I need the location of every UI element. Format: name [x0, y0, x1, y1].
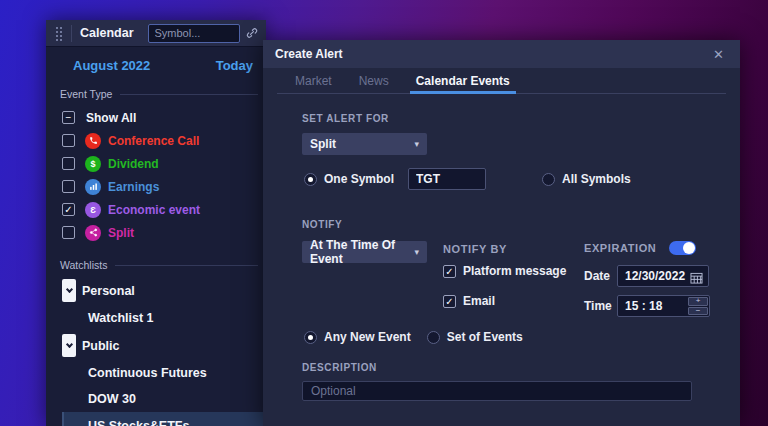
notify-by-label: NOTIFY BY: [443, 243, 507, 255]
link-icon[interactable]: [245, 26, 259, 40]
checkbox-unchecked[interactable]: [62, 134, 75, 147]
dialog-tabs: Market News Calendar Events: [263, 68, 740, 94]
current-month-label: August 2022: [73, 58, 150, 73]
chevron-down-icon[interactable]: [62, 279, 76, 302]
bar-chart-icon: [85, 179, 101, 195]
watchlist-item-us-stocks-etfs[interactable]: US Stocks&ETFs: [62, 412, 266, 426]
event-filter-dividend[interactable]: $ Dividend: [62, 152, 266, 175]
app-background: Calendar August 2022 Today Event Type − …: [0, 0, 768, 426]
calendar-panel: Calendar August 2022 Today Event Type − …: [46, 20, 266, 426]
dialog-header[interactable]: Create Alert ✕: [263, 40, 740, 68]
event-filter-label: Conference Call: [108, 134, 199, 148]
alert-type-dropdown[interactable]: Split ▾: [302, 133, 427, 155]
event-filter-label: Show All: [86, 111, 136, 125]
watchlist-item-dow-30[interactable]: DOW 30: [46, 386, 266, 412]
event-filter-split[interactable]: Split: [62, 221, 266, 244]
checkbox-checked[interactable]: ✓: [443, 295, 456, 308]
platform-message-label: Platform message: [463, 264, 566, 278]
expiration-row: EXPIRATION: [584, 241, 696, 255]
chevron-down-icon[interactable]: [62, 334, 76, 357]
chevron-down-icon: ▾: [414, 139, 419, 149]
close-icon[interactable]: ✕: [709, 47, 728, 62]
split-share-icon: [85, 225, 101, 241]
checkbox-checked[interactable]: ✓: [62, 203, 75, 216]
event-filter-label: Economic event: [108, 203, 200, 217]
any-new-event-label: Any New Event: [324, 330, 411, 344]
checkbox-unchecked[interactable]: [62, 180, 75, 193]
event-filter-economic-event[interactable]: ✓ Ɛ Economic event: [62, 198, 266, 221]
calendar-panel-topbar: Calendar: [46, 20, 266, 47]
set-of-events-label: Set of Events: [447, 330, 523, 344]
time-label: Time: [584, 299, 617, 313]
event-filter-label: Dividend: [108, 157, 159, 171]
month-navigation: August 2022 Today: [46, 47, 266, 73]
checkbox-indeterminate[interactable]: −: [62, 111, 75, 124]
phone-icon: [85, 133, 101, 149]
topbar-divider: [71, 25, 72, 42]
notify-timing-dropdown[interactable]: At The Time Of Event ▾: [302, 241, 427, 263]
platform-message-option[interactable]: ✓ Platform message: [443, 264, 566, 278]
symbol-input[interactable]: [408, 168, 486, 190]
time-decrement-button[interactable]: −: [688, 307, 708, 316]
email-label: Email: [463, 294, 495, 308]
time-stepper: + −: [688, 297, 708, 315]
watchlist-group-personal[interactable]: Personal: [62, 277, 266, 304]
one-symbol-label: One Symbol: [324, 172, 394, 186]
event-filter-label: Split: [108, 226, 134, 240]
tab-news[interactable]: News: [359, 68, 389, 94]
all-symbols-label: All Symbols: [562, 172, 631, 186]
dialog-title: Create Alert: [275, 47, 343, 61]
symbol-scope-row: One Symbol All Symbols: [304, 168, 631, 190]
one-symbol-radio[interactable]: [304, 173, 317, 186]
event-type-section-label: Event Type: [60, 88, 258, 100]
economic-event-icon: Ɛ: [85, 202, 101, 218]
drag-handle-icon[interactable]: [55, 26, 63, 41]
today-button[interactable]: Today: [216, 58, 253, 73]
tab-calendar-events[interactable]: Calendar Events: [416, 68, 510, 94]
checkbox-checked[interactable]: ✓: [443, 265, 456, 278]
notify-label: NOTIFY: [302, 219, 342, 230]
chevron-down-icon: ▾: [414, 247, 419, 257]
event-filter-label: Earnings: [108, 180, 159, 194]
description-input[interactable]: [302, 381, 692, 401]
tab-market[interactable]: Market: [295, 68, 332, 94]
time-increment-button[interactable]: +: [688, 297, 708, 306]
event-scope-row: Any New Event Set of Events: [304, 330, 523, 344]
all-symbols-radio[interactable]: [542, 173, 555, 186]
event-filter-show-all[interactable]: − Show All: [62, 106, 266, 129]
dollar-icon: $: [85, 156, 101, 172]
any-new-event-radio[interactable]: [304, 331, 317, 344]
watchlist-item-continuous-futures[interactable]: Continuous Futures: [46, 360, 266, 386]
watchlist-item-watchlist-1[interactable]: Watchlist 1: [46, 305, 266, 331]
create-alert-dialog: Create Alert ✕ Market News Calendar Even…: [263, 40, 740, 426]
panel-title: Calendar: [80, 26, 134, 40]
expiration-label: EXPIRATION: [584, 242, 656, 254]
watchlist-group-public[interactable]: Public: [62, 332, 266, 359]
symbol-search-input[interactable]: [148, 24, 240, 43]
event-filter-earnings[interactable]: Earnings: [62, 175, 266, 198]
description-label: DESCRIPTION: [302, 362, 377, 373]
checkbox-unchecked[interactable]: [62, 157, 75, 170]
date-label: Date: [584, 269, 617, 283]
watchlists-section-label: Watchlists: [60, 259, 258, 271]
expiration-date-row: Date: [584, 265, 709, 287]
checkbox-unchecked[interactable]: [62, 226, 75, 239]
expiration-time-row: Time + −: [584, 295, 710, 317]
event-filter-conference-call[interactable]: Conference Call: [62, 129, 266, 152]
email-option[interactable]: ✓ Email: [443, 294, 495, 308]
set-alert-for-label: SET ALERT FOR: [302, 113, 389, 124]
set-of-events-radio[interactable]: [427, 331, 440, 344]
calendar-picker-icon[interactable]: [690, 270, 703, 288]
expiration-toggle[interactable]: [669, 241, 696, 255]
